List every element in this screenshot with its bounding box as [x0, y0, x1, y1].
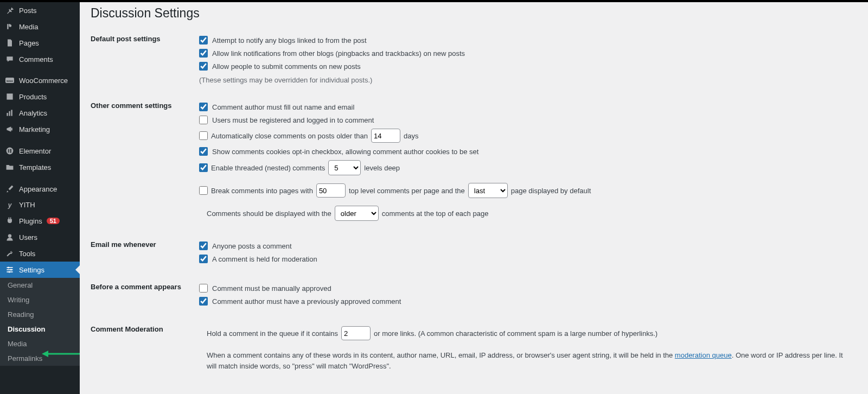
page-title: Discussion Settings — [91, 4, 857, 30]
select-default-page[interactable]: last — [468, 183, 508, 198]
svg-point-14 — [8, 234, 11, 237]
user-icon — [5, 233, 15, 242]
svg-rect-4 — [7, 93, 12, 94]
section-before-comment-appears: Before a comment appears Comment must be… — [91, 278, 857, 321]
svg-rect-3 — [7, 94, 12, 100]
sidebar-item-woocommerce[interactable]: woo WooCommerce — [0, 73, 80, 88]
sidebar-item-media[interactable]: Media — [0, 18, 80, 35]
checkbox-label: Attempt to notify any blogs linked to fr… — [212, 36, 367, 45]
checkbox-prev-approved[interactable] — [199, 297, 208, 306]
opt-allow-pingbacks[interactable]: Allow link notifications from other blog… — [199, 47, 850, 60]
sidebar-item-pages[interactable]: Pages — [0, 35, 80, 51]
checkbox-autoclose[interactable] — [199, 131, 208, 140]
opt-prev-approved[interactable]: Comment author must have a previously ap… — [199, 295, 850, 308]
svg-point-19 — [10, 269, 12, 270]
checkbox-label: Comment must be manually approved — [212, 284, 331, 293]
sidebar-item-products[interactable]: Products — [0, 88, 80, 105]
checkbox-email-anyone[interactable] — [199, 242, 208, 250]
opt-email-held[interactable]: A comment is held for moderation — [199, 252, 850, 265]
moderation-links-row: Hold a comment in the queue if it contai… — [199, 324, 850, 342]
sidebar-item-yith[interactable]: y YITH — [0, 197, 80, 213]
section-email-me-whenever: Email me whenever Anyone posts a comment… — [91, 236, 857, 278]
sidebar-item-label: Comments — [19, 55, 53, 63]
opt-threaded: Enable threaded (nested) comments 5 leve… — [199, 158, 850, 177]
break-post: page displayed by default — [511, 187, 591, 195]
products-icon — [5, 92, 15, 101]
svg-rect-10 — [8, 149, 9, 152]
comment-icon — [5, 55, 15, 63]
select-thread-depth[interactable]: 5 — [328, 160, 361, 175]
opt-cookies[interactable]: Show comments cookies opt-in checkbox, a… — [199, 145, 850, 158]
checkbox-manual-approve[interactable] — [199, 284, 208, 293]
sidebar-item-label: YITH — [19, 201, 35, 209]
submenu-general[interactable]: General — [0, 278, 80, 293]
sidebar-item-label: Marketing — [19, 125, 50, 134]
sidebar-item-label: Posts — [19, 7, 37, 15]
svg-point-18 — [8, 266, 9, 268]
hold-post: or more links. (A common characteristic … — [374, 329, 658, 338]
opt-notify-blogs[interactable]: Attempt to notify any blogs linked to fr… — [199, 34, 850, 47]
checkbox-name-email[interactable] — [199, 103, 208, 111]
sidebar-item-settings[interactable]: Settings — [0, 262, 80, 278]
pin-icon — [5, 6, 15, 15]
checkbox-email-held[interactable] — [199, 255, 208, 263]
wrench-icon — [5, 249, 15, 258]
section-label: Default post settings — [91, 34, 199, 43]
sidebar-item-label: Analytics — [19, 109, 47, 117]
section-default-post-settings: Default post settings Attempt to notify … — [91, 30, 857, 97]
opt-registered[interactable]: Users must be registered and logged in t… — [199, 113, 850, 126]
settings-submenu: General Writing Reading Discussion Media… — [0, 278, 80, 366]
submenu-permalinks[interactable]: Permalinks — [0, 351, 80, 366]
input-autoclose-days[interactable] — [371, 129, 400, 143]
opt-email-anyone[interactable]: Anyone posts a comment — [199, 239, 850, 252]
checkbox-allow-comments[interactable] — [199, 62, 208, 71]
checkbox-cookies[interactable] — [199, 147, 208, 156]
admin-sidebar: Posts Media Pages Comments woo WooCommer… — [0, 2, 80, 394]
section-label: Before a comment appears — [91, 282, 199, 291]
checkbox-allow-pingbacks[interactable] — [199, 49, 208, 58]
submenu-media[interactable]: Media — [0, 336, 80, 351]
sidebar-item-plugins[interactable]: Plugins 51 — [0, 213, 80, 229]
break-mid: top level comments per page and the — [349, 187, 465, 195]
opt-allow-comments[interactable]: Allow people to submit comments on new p… — [199, 60, 850, 73]
break-pre: Break comments into pages with — [211, 187, 313, 195]
checkbox-label: Comment author must have a previously ap… — [212, 297, 401, 306]
submenu-writing[interactable]: Writing — [0, 293, 80, 307]
checkbox-threaded[interactable] — [199, 163, 208, 172]
sidebar-item-elementor[interactable]: Elementor — [0, 143, 80, 159]
autoclose-pre: Automatically close comments on posts ol… — [211, 132, 368, 140]
sidebar-item-analytics[interactable]: Analytics — [0, 105, 80, 121]
submenu-reading[interactable]: Reading — [0, 307, 80, 322]
sidebar-item-marketing[interactable]: Marketing — [0, 121, 80, 137]
submenu-discussion[interactable]: Discussion — [0, 322, 80, 336]
checkbox-label: Show comments cookies opt-in checkbox, a… — [212, 148, 478, 156]
checkbox-notify-blogs[interactable] — [199, 36, 208, 45]
checkbox-break-pages[interactable] — [199, 186, 208, 195]
main-content: Discussion Settings Default post setting… — [80, 2, 868, 394]
section-other-comment-settings: Other comment settings Comment author mu… — [91, 97, 857, 236]
input-max-links[interactable] — [341, 326, 371, 340]
sidebar-item-tools[interactable]: Tools — [0, 245, 80, 262]
order-post: comments at the top of each page — [382, 209, 489, 218]
sidebar-item-appearance[interactable]: Appearance — [0, 181, 80, 197]
svg-text:woo: woo — [6, 79, 13, 82]
section-label: Comment Moderation — [91, 324, 199, 333]
moderation-queue-link[interactable]: moderation queue — [675, 351, 732, 359]
section-label: Other comment settings — [91, 100, 199, 110]
sidebar-item-templates[interactable]: Templates — [0, 159, 80, 175]
sidebar-item-posts[interactable]: Posts — [0, 2, 80, 18]
opt-autoclose: Automatically close comments on posts ol… — [199, 126, 850, 145]
svg-rect-12 — [10, 150, 11, 151]
section-label: Email me whenever — [91, 239, 199, 249]
section-comment-moderation: Comment Moderation Hold a comment in the… — [91, 321, 857, 378]
opt-name-email[interactable]: Comment author must fill out name and em… — [199, 100, 850, 113]
checkbox-registered[interactable] — [199, 116, 208, 124]
sidebar-item-comments[interactable]: Comments — [0, 51, 80, 67]
sliders-icon — [5, 265, 15, 274]
opt-manual-approve[interactable]: Comment must be manually approved — [199, 282, 850, 295]
svg-rect-11 — [10, 149, 11, 150]
input-comments-per-page[interactable] — [316, 183, 346, 198]
sidebar-item-users[interactable]: Users — [0, 229, 80, 245]
select-comment-order[interactable]: older — [335, 206, 379, 221]
sidebar-item-label: Media — [19, 23, 38, 31]
